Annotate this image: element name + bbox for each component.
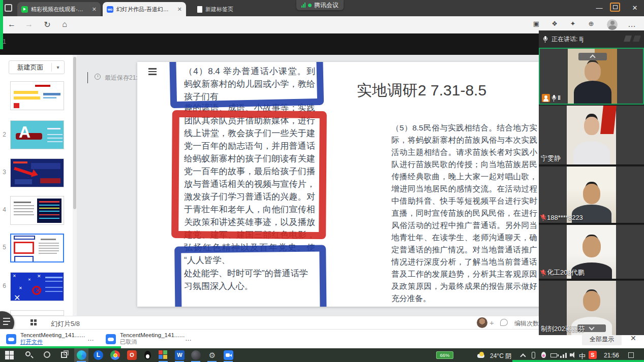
comment-icon[interactable] [500, 319, 508, 326]
tab-title: 新建标签页 [205, 6, 233, 13]
profile-avatar[interactable] [607, 19, 618, 30]
tab-iqiyi[interactable]: 精彩视频在线观看-爱奇艺搜索 ✕ [17, 2, 101, 16]
tab-new[interactable]: 新建标签页 [193, 2, 259, 16]
dark-app-icon[interactable] [191, 350, 201, 360]
volume-icon[interactable] [568, 350, 578, 360]
slide-menu-icon[interactable] [148, 68, 157, 75]
download-name: TencentMeeting_141....exe [20, 332, 85, 338]
cortana-icon[interactable] [43, 350, 52, 360]
new-page-dropdown-icon[interactable]: ▾ [52, 64, 64, 70]
participant-tile-3[interactable]: 188****8223 [539, 167, 644, 224]
slide-thumbnail-1[interactable] [10, 81, 64, 110]
chrome-icon[interactable] [110, 350, 120, 360]
slide-canvas[interactable]: （4）8.4 举办普通话小课堂。到蚂蚁新寨村的幼儿园或小学，教给孩子们有 趣的谚… [137, 62, 540, 307]
slide-thumbnail-5-selected[interactable] [10, 234, 64, 262]
close-downloads-icon[interactable]: ✕ [630, 334, 636, 342]
show-all-downloads-button[interactable]: 全部显示 [582, 334, 622, 345]
network-icon[interactable] [559, 350, 569, 360]
participant-name-label: 制剂202蒋丽芬 [541, 324, 585, 334]
person-silhouette [573, 141, 610, 164]
office-icon[interactable]: O [127, 350, 137, 360]
slide-thumbnail-7-partial[interactable] [10, 310, 64, 316]
collaborator-avatar[interactable] [477, 317, 487, 328]
phone-icon[interactable] [529, 350, 538, 360]
extensions-icon[interactable]: ✦ [567, 20, 578, 27]
qq-icon[interactable] [143, 350, 152, 360]
refresh-icon[interactable]: ↻ [42, 20, 53, 29]
download-item[interactable]: TencentMeeting_141....exe 已取消 [106, 332, 187, 346]
slide-number: 5 [1, 244, 8, 251]
iqiyi-icon [21, 6, 28, 13]
download-more-icon[interactable]: … [185, 335, 192, 342]
tencent-meeting-icon[interactable] [224, 350, 233, 360]
browser-menu-icon[interactable]: … [626, 20, 637, 29]
chevron-up-icon [590, 54, 595, 60]
tab-close-icon[interactable]: ✕ [177, 6, 182, 13]
collections-icon[interactable]: ▣ [531, 20, 542, 27]
participant-tile-1[interactable]: ‖ [539, 48, 644, 105]
task-view-icon[interactable] [60, 350, 70, 360]
forward-icon[interactable]: → [23, 20, 35, 29]
weather-label[interactable]: 24°C 阴 [490, 352, 511, 360]
slide-thumbnail-4[interactable] [10, 196, 64, 225]
download-item[interactable]: TencentMeeting_141....exe 打开文件 [6, 332, 87, 346]
clock-icon [95, 74, 101, 80]
tab-close-icon[interactable]: ✕ [92, 6, 97, 13]
right-title[interactable]: 实地调研2 7.31-8.5 [357, 80, 499, 101]
weather-cloud-icon[interactable] [477, 350, 486, 360]
window-minimize-button[interactable]: — [594, 4, 605, 12]
tab-preview-icon[interactable] [5, 4, 12, 12]
tab-woodo-active[interactable]: wo 幻灯片作品-吾道幻灯片 ✕ [103, 2, 186, 16]
app-l-icon[interactable]: L [94, 350, 103, 360]
download-action-link[interactable]: 打开文件 [20, 338, 85, 346]
member-icon [542, 94, 550, 102]
clock-label[interactable]: 21:56 [604, 352, 619, 359]
participant-tile-2[interactable]: 宁雯静 [539, 106, 644, 166]
add-collaborator-button[interactable]: + [489, 318, 494, 327]
participant-name-label: 宁雯静 [541, 154, 561, 163]
favorites-bar-icon[interactable]: ⊕ [586, 20, 597, 27]
collapse-panel-button[interactable] [578, 53, 607, 60]
right-body[interactable]: （5）8.5民俗与实践相结合。结合地方实际，将蚂蚁新寨村的苗族风俗与本次实践活动… [391, 122, 537, 305]
slide-thumbnail-3[interactable] [10, 158, 64, 187]
person-silhouette [584, 117, 599, 135]
document-icon [197, 6, 202, 13]
word-icon[interactable]: W [175, 350, 185, 360]
new-page-label: 新建页面 [9, 63, 51, 72]
sogou-icon[interactable]: S [589, 351, 597, 359]
woodo-icon: wo [107, 6, 113, 13]
share-border-bottom-right [512, 360, 644, 362]
tray-expand-icon[interactable] [518, 350, 528, 360]
qq-tray-icon[interactable] [539, 350, 548, 360]
left-text-part2[interactable]: 趣的谚语、成语、小故事等；实践团队其余队员并借助新媒体，进行线上讲堂，教会孩子们… [184, 102, 315, 267]
sidebar-scrollbar-thumb[interactable] [73, 57, 76, 209]
voice-level-bars: ‖ [558, 94, 561, 102]
tencent-meeting-pill[interactable]: 腾讯会议 [296, 0, 344, 10]
grid-view-icon[interactable] [30, 319, 37, 325]
download-more-icon[interactable]: … [87, 335, 94, 342]
edge-icon[interactable] [77, 350, 86, 360]
left-text-part3[interactable]: 处处能学、时时可学”的普通话学习氛围深入人心。 [184, 267, 315, 292]
start-button[interactable] [5, 351, 15, 360]
settings-gear-icon[interactable]: ⚙ [207, 350, 217, 360]
back-icon[interactable]: ← [6, 20, 17, 29]
participant-tile-5[interactable]: 制剂202蒋丽芬 [539, 281, 644, 335]
show-desktop-icon[interactable] [626, 350, 636, 360]
window-close-button[interactable]: ✕ [629, 4, 640, 12]
edit-count-label[interactable]: 编辑次数 [514, 319, 539, 328]
slide-thumbnail-2[interactable]: A [10, 120, 64, 149]
new-page-button[interactable]: 新建页面 ▾ [9, 60, 65, 74]
left-text-part1[interactable]: （4）8.4 举办普通话小课堂。到蚂蚁新寨村的幼儿园或小学，教给孩子们有 [184, 65, 315, 103]
tencent-meeting-file-icon [106, 334, 116, 344]
taskbar-search-icon[interactable] [24, 350, 34, 360]
app-grid-icon[interactable] [159, 350, 168, 360]
meeting-header: 正在讲话: llj [539, 30, 644, 48]
participant-tile-4[interactable]: 化工208代鹏 [539, 225, 644, 280]
mic-active-icon [551, 95, 556, 102]
slide-thumbnail-6[interactable]: ✕ ✕ ✕ ✕ ✕ ✕ [10, 272, 64, 301]
home-icon[interactable]: ⌂ [59, 20, 70, 29]
browser-essentials-icon[interactable]: ❖ [549, 20, 560, 27]
window-restore-button[interactable] [610, 3, 620, 12]
battery-tray-icon[interactable] [549, 350, 559, 360]
meeting-pill-label: 腾讯会议 [314, 1, 339, 10]
